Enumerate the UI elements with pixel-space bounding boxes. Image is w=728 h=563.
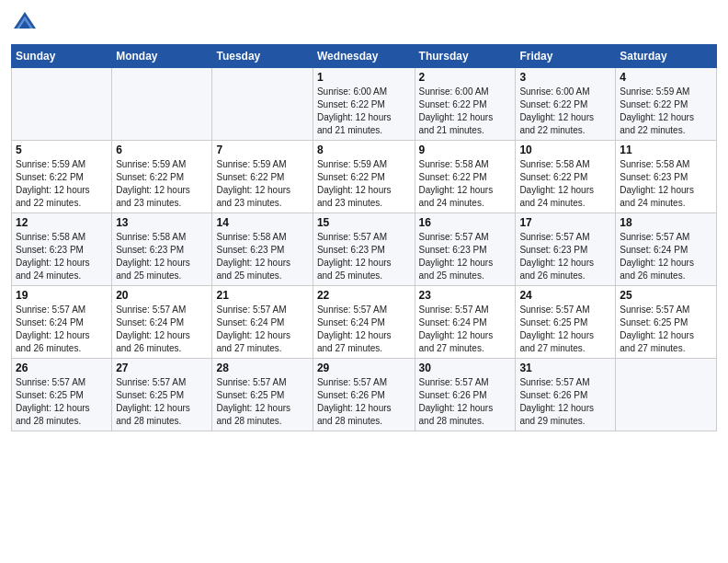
day-number: 31 [519,362,611,374]
day-info: Sunrise: 5:59 AM Sunset: 6:22 PM Dayligh… [16,158,108,210]
day-cell: 4Sunrise: 5:59 AM Sunset: 6:22 PM Daylig… [616,68,717,141]
day-number: 13 [116,216,208,229]
day-number: 1 [317,71,411,84]
day-number: 29 [317,362,411,374]
day-info: Sunrise: 5:57 AM Sunset: 6:25 PM Dayligh… [620,304,712,355]
day-cell: 12Sunrise: 5:58 AM Sunset: 6:23 PM Dayli… [12,213,112,286]
day-info: Sunrise: 5:57 AM Sunset: 6:26 PM Dayligh… [519,376,611,428]
day-number: 20 [116,289,208,302]
day-info: Sunrise: 5:57 AM Sunset: 6:24 PM Dayligh… [116,304,208,355]
day-number: 23 [419,289,512,302]
day-number: 7 [216,144,308,156]
day-info: Sunrise: 5:58 AM Sunset: 6:23 PM Dayligh… [116,231,208,282]
day-number: 12 [16,216,108,229]
day-number: 24 [519,289,611,302]
day-number: 27 [116,362,208,374]
day-cell: 21Sunrise: 5:57 AM Sunset: 6:24 PM Dayli… [212,286,313,359]
day-cell: 31Sunrise: 5:57 AM Sunset: 6:26 PM Dayli… [516,359,616,431]
weekday-header-sunday: Sunday [12,45,112,68]
day-cell: 9Sunrise: 5:58 AM Sunset: 6:22 PM Daylig… [415,141,516,213]
week-row-2: 5Sunrise: 5:59 AM Sunset: 6:22 PM Daylig… [12,141,717,213]
day-info: Sunrise: 5:57 AM Sunset: 6:25 PM Dayligh… [16,376,108,428]
day-info: Sunrise: 5:59 AM Sunset: 6:22 PM Dayligh… [620,86,712,137]
day-cell: 17Sunrise: 5:57 AM Sunset: 6:23 PM Dayli… [516,213,616,286]
week-row-3: 12Sunrise: 5:58 AM Sunset: 6:23 PM Dayli… [12,213,717,286]
day-cell: 19Sunrise: 5:57 AM Sunset: 6:24 PM Dayli… [12,286,112,359]
weekday-header-tuesday: Tuesday [212,45,313,68]
day-cell: 25Sunrise: 5:57 AM Sunset: 6:25 PM Dayli… [616,286,717,359]
day-info: Sunrise: 5:57 AM Sunset: 6:23 PM Dayligh… [317,231,411,282]
weekday-header-thursday: Thursday [415,45,516,68]
calendar-body: 1Sunrise: 6:00 AM Sunset: 6:22 PM Daylig… [12,68,717,431]
day-number: 10 [519,144,611,156]
day-info: Sunrise: 5:57 AM Sunset: 6:24 PM Dayligh… [16,304,108,355]
day-number: 15 [317,216,411,229]
day-cell: 1Sunrise: 6:00 AM Sunset: 6:22 PM Daylig… [313,68,415,141]
day-info: Sunrise: 5:57 AM Sunset: 6:24 PM Dayligh… [419,304,512,355]
day-info: Sunrise: 5:57 AM Sunset: 6:24 PM Dayligh… [317,304,411,355]
weekday-row: SundayMondayTuesdayWednesdayThursdayFrid… [12,45,717,68]
day-number: 6 [116,144,208,156]
day-info: Sunrise: 5:59 AM Sunset: 6:22 PM Dayligh… [317,158,411,210]
day-info: Sunrise: 5:58 AM Sunset: 6:23 PM Dayligh… [16,231,108,282]
day-cell: 30Sunrise: 5:57 AM Sunset: 6:26 PM Dayli… [415,359,516,431]
week-row-4: 19Sunrise: 5:57 AM Sunset: 6:24 PM Dayli… [12,286,717,359]
day-info: Sunrise: 5:59 AM Sunset: 6:22 PM Dayligh… [116,158,208,210]
day-cell: 26Sunrise: 5:57 AM Sunset: 6:25 PM Dayli… [12,359,112,431]
day-info: Sunrise: 5:57 AM Sunset: 6:26 PM Dayligh… [419,376,512,428]
day-number: 25 [620,289,712,302]
day-info: Sunrise: 6:00 AM Sunset: 6:22 PM Dayligh… [519,86,611,137]
day-cell: 29Sunrise: 5:57 AM Sunset: 6:26 PM Dayli… [313,359,415,431]
day-cell: 18Sunrise: 5:57 AM Sunset: 6:24 PM Dayli… [616,213,717,286]
day-number: 2 [419,71,512,84]
day-cell: 14Sunrise: 5:58 AM Sunset: 6:23 PM Dayli… [212,213,313,286]
weekday-header-friday: Friday [516,45,616,68]
day-info: Sunrise: 5:57 AM Sunset: 6:23 PM Dayligh… [519,231,611,282]
day-cell: 23Sunrise: 5:57 AM Sunset: 6:24 PM Dayli… [415,286,516,359]
day-number: 22 [317,289,411,302]
day-number: 16 [419,216,512,229]
day-number: 9 [419,144,512,156]
day-info: Sunrise: 5:57 AM Sunset: 6:24 PM Dayligh… [216,304,308,355]
calendar-header: SundayMondayTuesdayWednesdayThursdayFrid… [12,45,717,68]
weekday-header-monday: Monday [112,45,212,68]
week-row-5: 26Sunrise: 5:57 AM Sunset: 6:25 PM Dayli… [12,359,717,431]
day-cell: 13Sunrise: 5:58 AM Sunset: 6:23 PM Dayli… [112,213,212,286]
calendar: SundayMondayTuesdayWednesdayThursdayFrid… [11,44,717,431]
day-info: Sunrise: 5:57 AM Sunset: 6:25 PM Dayligh… [116,376,208,428]
day-number: 28 [216,362,308,374]
day-number: 17 [519,216,611,229]
day-info: Sunrise: 5:57 AM Sunset: 6:26 PM Dayligh… [317,376,411,428]
day-cell: 2Sunrise: 6:00 AM Sunset: 6:22 PM Daylig… [415,68,516,141]
weekday-header-saturday: Saturday [616,45,717,68]
day-cell: 20Sunrise: 5:57 AM Sunset: 6:24 PM Dayli… [112,286,212,359]
week-row-1: 1Sunrise: 6:00 AM Sunset: 6:22 PM Daylig… [12,68,717,141]
day-info: Sunrise: 6:00 AM Sunset: 6:22 PM Dayligh… [317,86,411,137]
day-cell: 3Sunrise: 6:00 AM Sunset: 6:22 PM Daylig… [516,68,616,141]
day-info: Sunrise: 5:57 AM Sunset: 6:23 PM Dayligh… [419,231,512,282]
day-cell [212,68,313,141]
day-cell [12,68,112,141]
day-info: Sunrise: 5:57 AM Sunset: 6:25 PM Dayligh… [216,376,308,428]
day-cell [112,68,212,141]
day-number: 14 [216,216,308,229]
day-number: 5 [16,144,108,156]
day-number: 30 [419,362,512,374]
day-cell: 22Sunrise: 5:57 AM Sunset: 6:24 PM Dayli… [313,286,415,359]
day-info: Sunrise: 5:57 AM Sunset: 6:24 PM Dayligh… [620,231,712,282]
day-info: Sunrise: 5:58 AM Sunset: 6:23 PM Dayligh… [216,231,308,282]
day-info: Sunrise: 5:57 AM Sunset: 6:25 PM Dayligh… [519,304,611,355]
logo [11,9,42,37]
day-cell: 8Sunrise: 5:59 AM Sunset: 6:22 PM Daylig… [313,141,415,213]
day-cell: 5Sunrise: 5:59 AM Sunset: 6:22 PM Daylig… [12,141,112,213]
day-number: 19 [16,289,108,302]
weekday-header-wednesday: Wednesday [313,45,415,68]
day-info: Sunrise: 5:58 AM Sunset: 6:23 PM Dayligh… [620,158,712,210]
day-cell: 27Sunrise: 5:57 AM Sunset: 6:25 PM Dayli… [112,359,212,431]
day-cell: 7Sunrise: 5:59 AM Sunset: 6:22 PM Daylig… [212,141,313,213]
day-number: 8 [317,144,411,156]
day-cell: 6Sunrise: 5:59 AM Sunset: 6:22 PM Daylig… [112,141,212,213]
day-cell: 16Sunrise: 5:57 AM Sunset: 6:23 PM Dayli… [415,213,516,286]
day-number: 11 [620,144,712,156]
day-number: 4 [620,71,712,84]
